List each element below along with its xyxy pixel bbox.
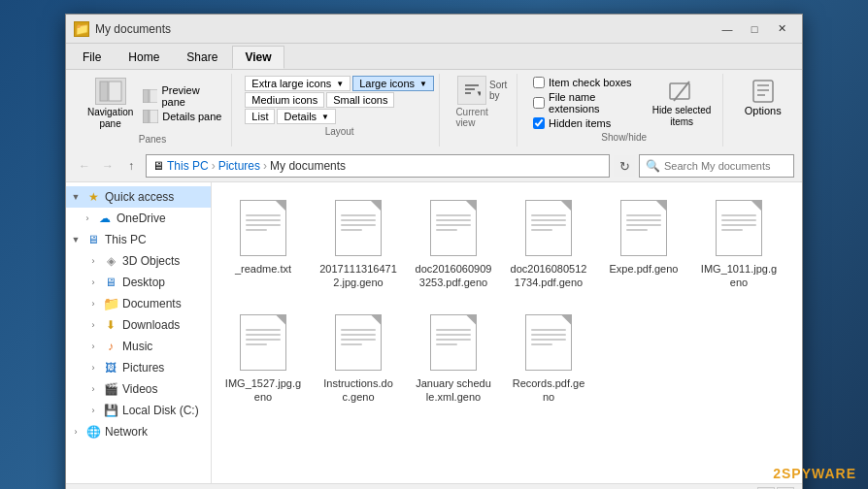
tab-share[interactable]: Share [174, 46, 230, 69]
file-item[interactable]: Expe.pdf.geno [600, 190, 687, 297]
expand-this-pc[interactable]: ▼ [70, 234, 82, 245]
expand-videos[interactable]: › [87, 383, 99, 395]
sidebar-item-this-pc[interactable]: ▼ 🖥 This PC [66, 229, 211, 250]
window-icon: 📁 [74, 21, 89, 37]
sidebar-label-documents: Documents [122, 297, 182, 310]
layout-label: Layout [325, 126, 354, 137]
expand-downloads[interactable]: › [87, 319, 99, 331]
sidebar-item-documents[interactable]: › 📁 Documents [66, 293, 211, 314]
file-item[interactable]: _readme.txt [219, 190, 307, 297]
sidebar-label-quick-access: Quick access [105, 190, 174, 204]
expand-onedrive[interactable]: › [82, 212, 93, 224]
file-name-extensions-option[interactable]: File name extensions [533, 91, 645, 114]
forward-button[interactable]: → [97, 155, 118, 177]
breadcrumb-pictures[interactable]: Pictures [218, 159, 260, 173]
back-button[interactable]: ← [74, 155, 95, 177]
file-name: _readme.txt [235, 262, 291, 276]
preview-pane-label: Preview pane [161, 84, 222, 108]
expand-desktop[interactable]: › [87, 277, 99, 288]
details-pane-button[interactable]: Details pane [143, 110, 223, 123]
breadcrumb-this-pc[interactable]: This PC [167, 159, 209, 173]
expand-quick-access[interactable]: ▼ [70, 191, 82, 203]
3d-objects-icon: ◈ [103, 253, 118, 269]
expand-3d-objects[interactable]: › [87, 255, 99, 267]
title-bar: 📁 My documents — □ ✕ [66, 15, 802, 44]
sidebar-item-videos[interactable]: › 🎬 Videos [66, 378, 211, 400]
sidebar: ▼ ★ Quick access › ☁ OneDrive ▼ 🖥 This P… [66, 182, 212, 483]
search-input[interactable] [664, 160, 787, 172]
sort-by-label[interactable]: Sortby [489, 80, 507, 101]
pictures-icon: 🖼 [103, 360, 118, 375]
sidebar-label-music: Music [122, 340, 152, 353]
file-item[interactable]: IMG_1011.jpg.geno [695, 190, 783, 297]
file-item[interactable]: Records.pdf.geno [505, 305, 592, 411]
hidden-items-checkbox[interactable] [533, 117, 545, 129]
file-icon [426, 197, 481, 259]
nav-pane-label: Navigation pane [87, 107, 133, 130]
show-hide-checkboxes: Item check boxes File name extensions Hi… [533, 77, 645, 129]
file-icon [236, 197, 290, 259]
hidden-items-option[interactable]: Hidden items [533, 117, 645, 129]
file-item[interactable]: 20171113164712.jpg.geno [315, 190, 402, 297]
file-item[interactable]: January schedule.xml.geno [410, 305, 497, 411]
minimize-button[interactable]: — [715, 19, 740, 39]
network-icon: 🌐 [85, 424, 101, 440]
sidebar-item-network[interactable]: › 🌐 Network [66, 421, 211, 442]
options-button[interactable]: Options [739, 76, 787, 118]
medium-icons-button[interactable]: Medium icons [245, 92, 324, 108]
maximize-button[interactable]: □ [742, 19, 767, 39]
layout-buttons: Extra large icons ▼ Large icons ▼ Medium… [245, 76, 434, 124]
explorer-window: 📁 My documents — □ ✕ File Home Share Vie… [65, 14, 803, 489]
hide-selected-button[interactable]: Hide selected items [649, 76, 716, 130]
search-bar: 🔍 [639, 154, 794, 178]
item-check-boxes-option[interactable]: Item check boxes [533, 77, 645, 88]
quick-access-icon: ★ [85, 189, 101, 205]
sidebar-item-music[interactable]: › ♪ Music [66, 336, 211, 357]
sidebar-item-onedrive[interactable]: › ☁ OneDrive [66, 208, 211, 229]
sidebar-item-quick-access[interactable]: ▼ ★ Quick access [66, 186, 211, 208]
file-item[interactable]: IMG_1527.jpg.geno [219, 305, 307, 411]
sidebar-item-pictures[interactable]: › 🖼 Pictures [66, 357, 211, 378]
small-icons-button[interactable]: Small icons [326, 92, 394, 108]
file-name: 20171113164712.jpg.geno [319, 262, 397, 290]
sidebar-item-3d-objects[interactable]: › ◈ 3D Objects [66, 250, 211, 272]
sidebar-item-local-disk[interactable]: › 💾 Local Disk (C:) [66, 400, 211, 421]
sidebar-item-downloads[interactable]: › ⬇ Downloads [66, 314, 211, 336]
file-name: doc20160805121734.pdf.geno [510, 262, 587, 290]
hide-selected-label: Hide selected items [652, 105, 712, 128]
document-icon [620, 200, 667, 256]
preview-pane-button[interactable]: Preview pane [143, 84, 223, 108]
expand-network[interactable]: › [70, 426, 82, 438]
details-button[interactable]: Details ▼ [277, 109, 336, 124]
close-button[interactable]: ✕ [769, 19, 794, 39]
sidebar-item-desktop[interactable]: › 🖥 Desktop [66, 272, 211, 293]
file-item[interactable]: Instructions.doc.geno [315, 305, 402, 411]
navigation-pane-button[interactable]: Navigation pane [82, 76, 139, 132]
tab-file[interactable]: File [70, 46, 114, 69]
up-button[interactable]: ↑ [120, 155, 142, 177]
extra-large-icons-button[interactable]: Extra large icons ▼ [245, 76, 351, 91]
expand-pictures[interactable]: › [87, 362, 99, 374]
sort-by-button[interactable]: ▼ [457, 76, 486, 105]
expand-documents[interactable]: › [87, 298, 99, 310]
ribbon-tabs: File Home Share View [66, 44, 802, 70]
local-disk-icon: 💾 [103, 403, 118, 418]
expand-music[interactable]: › [87, 341, 99, 352]
documents-icon: 📁 [103, 296, 118, 311]
refresh-button[interactable]: ↻ [614, 155, 635, 177]
expand-local-disk[interactable]: › [87, 405, 99, 416]
file-item[interactable]: doc20160805121734.pdf.geno [505, 190, 592, 297]
tab-view[interactable]: View [232, 46, 284, 69]
list-button[interactable]: List [245, 109, 275, 124]
current-view-buttons: ▼ Sortby [457, 76, 507, 105]
large-icons-button[interactable]: Large icons ▼ [352, 76, 434, 91]
file-icon [617, 197, 671, 259]
document-icon [525, 314, 572, 371]
tab-home[interactable]: Home [116, 46, 172, 69]
breadcrumb-current: My documents [270, 159, 346, 173]
file-name-extensions-checkbox[interactable] [533, 97, 545, 109]
breadcrumb[interactable]: 🖥 This PC › Pictures › My documents [146, 154, 610, 178]
file-item[interactable]: doc20160609093253.pdf.geno [410, 190, 497, 297]
item-check-boxes-checkbox[interactable] [533, 77, 545, 88]
layout-content: Extra large icons ▼ Large icons ▼ Medium… [245, 76, 434, 124]
